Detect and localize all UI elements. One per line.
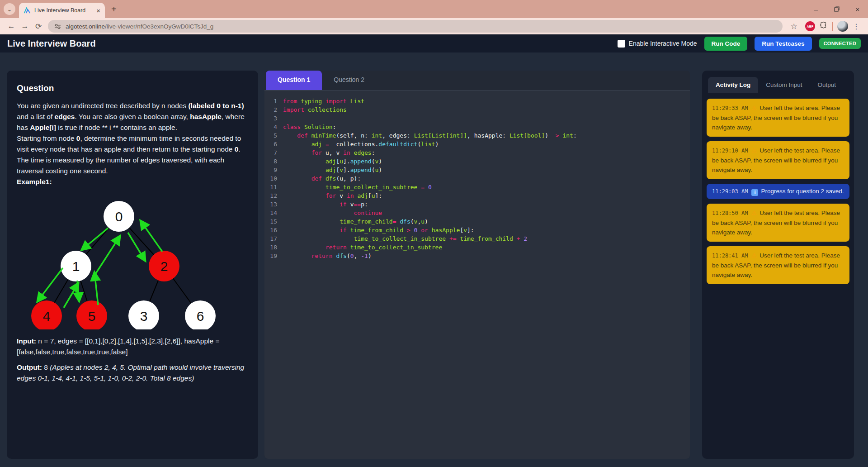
site-info-icon[interactable] bbox=[54, 23, 61, 30]
tab-close-button[interactable]: × bbox=[96, 7, 100, 14]
code-line[interactable]: 1from typing import List bbox=[264, 97, 690, 105]
forward-button[interactable]: → bbox=[18, 19, 32, 33]
code-line[interactable]: 9 adj[v].append(u) bbox=[264, 166, 690, 174]
log-entry: 11:28:50 AM⚠User left the test area. Ple… bbox=[707, 204, 849, 242]
log-timestamp: 11:29:33 AM bbox=[712, 105, 748, 111]
code-line[interactable]: 15 time_from_child= dfs(v,u) bbox=[264, 217, 690, 226]
main-content: Question You are given an undirected tre… bbox=[0, 52, 868, 467]
log-timestamp: 11:29:03 AM bbox=[712, 188, 748, 195]
code-line[interactable]: 3 bbox=[264, 114, 690, 123]
run-testcases-button[interactable]: Run Testcases bbox=[755, 37, 811, 51]
star-icon: ☆ bbox=[790, 22, 797, 31]
plus-icon: + bbox=[111, 4, 117, 14]
bookmark-star-button[interactable]: ☆ bbox=[787, 19, 801, 33]
code-line[interactable]: 10 def dfs(u, p): bbox=[264, 174, 690, 183]
text-segment: You are given an undirected tree describ… bbox=[17, 102, 188, 110]
code-line[interactable]: 5 def minTime(self, n: int, edges: List[… bbox=[264, 131, 690, 140]
log-entry: 11:28:41 AM⚠User left the test area. Ple… bbox=[707, 246, 849, 284]
activity-log-list: 11:29:33 AM⚠User left the test area. Ple… bbox=[707, 99, 849, 284]
code-line[interactable]: 16 if time_from_child > 0 or hasApple[v]… bbox=[264, 226, 690, 234]
reload-button[interactable]: ⟳ bbox=[32, 19, 45, 33]
log-timestamp: 11:28:41 AM bbox=[712, 253, 748, 259]
code-line[interactable]: 13 if v==p: bbox=[264, 200, 690, 209]
code-line[interactable]: 11 time_to_collect_in_subtree = 0 bbox=[264, 183, 690, 191]
code-line[interactable]: 2import collections bbox=[264, 105, 690, 114]
code-line[interactable]: 18 return time_to_collect_in_subtree bbox=[264, 243, 690, 252]
code-line[interactable]: 4class Solution: bbox=[264, 123, 690, 131]
line-number: 16 bbox=[264, 226, 277, 234]
new-tab-button[interactable]: + bbox=[111, 4, 117, 14]
line-number: 10 bbox=[264, 174, 277, 183]
app-header: Live Interview Board Enable Interactive … bbox=[0, 34, 868, 52]
code-editor[interactable]: 1from typing import List2import collecti… bbox=[264, 91, 690, 459]
code-line[interactable]: 19 return dfs(0, -1) bbox=[264, 252, 690, 260]
tab-question-1[interactable]: Question 1 bbox=[266, 71, 322, 90]
line-number: 15 bbox=[264, 217, 277, 226]
svg-text:1: 1 bbox=[72, 259, 80, 274]
editor-panel: Question 1 Question 2 1from typing impor… bbox=[264, 71, 690, 459]
tab-title: Live Interview Board bbox=[34, 7, 93, 14]
code-line[interactable]: 8 adj[u].append(v) bbox=[264, 157, 690, 166]
code-text: if v==p: bbox=[283, 200, 368, 209]
code-text: return dfs(0, -1) bbox=[283, 252, 372, 260]
text-segment: is true if node ** i ** contains an appl… bbox=[56, 124, 177, 131]
question-panel: Question You are given an undirected tre… bbox=[7, 71, 258, 459]
browser-tab[interactable]: Live Interview Board × bbox=[19, 3, 105, 18]
run-code-button[interactable]: Run Code bbox=[704, 37, 748, 51]
extensions-button[interactable] bbox=[820, 21, 828, 31]
code-line[interactable]: 14 continue bbox=[264, 209, 690, 217]
svg-text:4: 4 bbox=[43, 309, 51, 324]
code-line[interactable]: 17 time_to_collect_in_subtree += time_fr… bbox=[264, 234, 690, 243]
minimize-icon: – bbox=[814, 5, 818, 13]
tree-node: 1 bbox=[61, 251, 91, 281]
tab-custom-input[interactable]: Custom Input bbox=[758, 77, 810, 93]
line-number: 13 bbox=[264, 200, 277, 209]
profile-avatar[interactable] bbox=[837, 21, 848, 32]
adblock-extension-icon[interactable]: ABP bbox=[805, 21, 815, 31]
svg-text:0: 0 bbox=[115, 209, 123, 224]
traversal-arrow bbox=[38, 268, 63, 301]
code-line[interactable]: 7 for u, v in edges: bbox=[264, 148, 690, 157]
restore-icon bbox=[834, 6, 840, 12]
traversal-arrow bbox=[82, 228, 108, 250]
maximize-button[interactable] bbox=[826, 0, 847, 18]
traversal-arrow bbox=[141, 221, 162, 252]
browser-toolbar: ← → ⟳ algotest.online/live-viewer/nfOe3e… bbox=[0, 18, 868, 34]
traversal-arrow bbox=[64, 283, 78, 308]
text-segment: n = 7, edges = [[0,1],[0,2],[1,4],[1,5],… bbox=[17, 337, 219, 356]
puzzle-icon bbox=[820, 21, 828, 29]
code-line[interactable]: 6 adj = collections.defaultdict(list) bbox=[264, 140, 690, 148]
url-bar[interactable]: algotest.online/live-viewer/nfOe3exnOyGw… bbox=[48, 20, 783, 33]
algotest-favicon-icon bbox=[24, 7, 31, 14]
tab-activity-log[interactable]: Activity Log bbox=[708, 77, 758, 93]
browser-menu-button[interactable]: ⋮ bbox=[853, 22, 860, 31]
kebab-icon: ⋮ bbox=[853, 23, 860, 30]
connection-status-badge: CONNECTED bbox=[819, 38, 861, 49]
code-line[interactable]: 12 for v in adj[u]: bbox=[264, 191, 690, 200]
tree-node: 2 bbox=[149, 251, 179, 281]
text-segment: (Apples at nodes 2, 4, 5. Optimal path w… bbox=[17, 363, 244, 382]
tree-node: 6 bbox=[185, 300, 216, 329]
reload-icon: ⟳ bbox=[35, 22, 42, 31]
line-number: 1 bbox=[264, 97, 277, 105]
chevron-down-icon: ⌄ bbox=[7, 6, 12, 13]
traversal-arrow bbox=[77, 281, 79, 301]
tab-search-button[interactable]: ⌄ bbox=[4, 3, 15, 15]
code-text: def dfs(u, p): bbox=[283, 174, 361, 183]
back-button[interactable]: ← bbox=[5, 19, 18, 33]
minimize-button[interactable]: – bbox=[806, 0, 826, 18]
line-number: 19 bbox=[264, 252, 277, 260]
log-timestamp: 11:28:50 AM bbox=[712, 210, 748, 216]
interactive-mode-checkbox[interactable] bbox=[618, 40, 625, 48]
tab-question-2[interactable]: Question 2 bbox=[322, 71, 376, 90]
interactive-mode-toggle[interactable]: Enable Interactive Mode bbox=[618, 40, 697, 48]
url-text: algotest.online/live-viewer/nfOe3exnOyGw… bbox=[66, 23, 213, 30]
line-number: 14 bbox=[264, 209, 277, 217]
tab-output[interactable]: Output bbox=[810, 77, 844, 93]
toolbar-divider bbox=[832, 22, 833, 31]
close-window-button[interactable]: × bbox=[847, 0, 868, 18]
svg-text:3: 3 bbox=[140, 309, 148, 324]
activity-panel: Activity Log Custom Input Output 11:29:3… bbox=[702, 71, 854, 459]
code-text: if time_from_child > 0 or hasApple[v]: bbox=[283, 226, 474, 234]
activity-tab-bar: Activity Log Custom Input Output bbox=[707, 77, 849, 93]
